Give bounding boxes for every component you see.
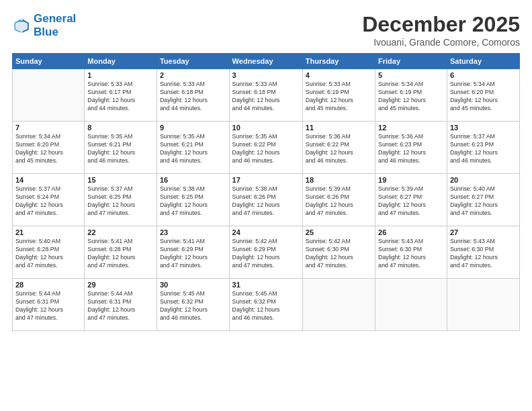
calendar-cell: 1Sunrise: 5:33 AM Sunset: 6:17 PM Daylig…	[85, 69, 157, 122]
header: General Blue December 2025 Ivouani, Gran…	[12, 12, 520, 48]
day-number: 14	[15, 176, 81, 184]
calendar-cell: 15Sunrise: 5:37 AM Sunset: 6:25 PM Dayli…	[85, 174, 157, 226]
day-number: 25	[306, 228, 372, 236]
day-info: Sunrise: 5:33 AM Sunset: 6:18 PM Dayligh…	[160, 81, 226, 113]
day-number: 4	[306, 71, 372, 79]
day-number: 26	[378, 228, 444, 236]
day-info: Sunrise: 5:34 AM Sunset: 6:20 PM Dayligh…	[450, 81, 517, 113]
page: General Blue December 2025 Ivouani, Gran…	[0, 0, 532, 411]
calendar-header-tuesday: Tuesday	[157, 54, 229, 69]
day-number: 6	[450, 71, 517, 79]
calendar-table: SundayMondayTuesdayWednesdayThursdayFrid…	[12, 53, 520, 331]
calendar-cell	[13, 69, 85, 122]
calendar-cell: 21Sunrise: 5:40 AM Sunset: 6:28 PM Dayli…	[13, 226, 85, 279]
day-info: Sunrise: 5:43 AM Sunset: 6:30 PM Dayligh…	[378, 238, 444, 270]
day-number: 8	[87, 124, 154, 132]
main-title: December 2025	[362, 12, 520, 37]
calendar-cell: 23Sunrise: 5:41 AM Sunset: 6:29 PM Dayli…	[157, 226, 229, 279]
calendar-cell: 17Sunrise: 5:38 AM Sunset: 6:26 PM Dayli…	[229, 174, 302, 226]
calendar-cell: 11Sunrise: 5:36 AM Sunset: 6:22 PM Dayli…	[302, 122, 375, 174]
day-info: Sunrise: 5:33 AM Sunset: 6:19 PM Dayligh…	[306, 81, 372, 113]
day-info: Sunrise: 5:45 AM Sunset: 6:32 PM Dayligh…	[160, 290, 226, 322]
calendar-header-wednesday: Wednesday	[229, 54, 302, 69]
day-info: Sunrise: 5:37 AM Sunset: 6:23 PM Dayligh…	[450, 133, 517, 165]
calendar-cell: 9Sunrise: 5:35 AM Sunset: 6:21 PM Daylig…	[157, 122, 229, 174]
day-info: Sunrise: 5:40 AM Sunset: 6:27 PM Dayligh…	[450, 185, 517, 218]
calendar-cell: 26Sunrise: 5:43 AM Sunset: 6:30 PM Dayli…	[375, 226, 447, 279]
day-info: Sunrise: 5:37 AM Sunset: 6:25 PM Dayligh…	[87, 185, 154, 218]
day-number: 20	[450, 176, 517, 184]
day-number: 24	[232, 228, 300, 236]
day-number: 13	[450, 124, 517, 132]
calendar-cell: 16Sunrise: 5:38 AM Sunset: 6:25 PM Dayli…	[157, 174, 229, 226]
day-number: 29	[87, 281, 154, 289]
day-info: Sunrise: 5:33 AM Sunset: 6:18 PM Dayligh…	[232, 81, 300, 113]
day-number: 17	[232, 176, 300, 184]
calendar-header-monday: Monday	[85, 54, 157, 69]
day-info: Sunrise: 5:33 AM Sunset: 6:17 PM Dayligh…	[87, 81, 154, 113]
calendar-cell: 4Sunrise: 5:33 AM Sunset: 6:19 PM Daylig…	[302, 69, 375, 122]
subtitle: Ivouani, Grande Comore, Comoros	[362, 37, 520, 48]
calendar-cell: 8Sunrise: 5:35 AM Sunset: 6:21 PM Daylig…	[85, 122, 157, 174]
calendar-cell: 14Sunrise: 5:37 AM Sunset: 6:24 PM Dayli…	[13, 174, 85, 226]
day-info: Sunrise: 5:41 AM Sunset: 6:29 PM Dayligh…	[160, 238, 226, 270]
day-number: 2	[160, 71, 226, 79]
day-info: Sunrise: 5:45 AM Sunset: 6:32 PM Dayligh…	[232, 290, 300, 322]
day-info: Sunrise: 5:42 AM Sunset: 6:29 PM Dayligh…	[232, 238, 300, 270]
calendar-cell: 5Sunrise: 5:34 AM Sunset: 6:19 PM Daylig…	[375, 69, 447, 122]
calendar-header-row: SundayMondayTuesdayWednesdayThursdayFrid…	[13, 54, 520, 69]
calendar-cell	[375, 279, 447, 331]
day-number: 11	[306, 124, 372, 132]
day-number: 18	[306, 176, 372, 184]
calendar-cell: 18Sunrise: 5:39 AM Sunset: 6:26 PM Dayli…	[302, 174, 375, 226]
logo-icon	[12, 16, 31, 35]
calendar-cell: 6Sunrise: 5:34 AM Sunset: 6:20 PM Daylig…	[447, 69, 519, 122]
day-info: Sunrise: 5:35 AM Sunset: 6:21 PM Dayligh…	[160, 133, 226, 165]
calendar-cell: 30Sunrise: 5:45 AM Sunset: 6:32 PM Dayli…	[157, 279, 229, 331]
day-info: Sunrise: 5:34 AM Sunset: 6:19 PM Dayligh…	[378, 81, 444, 113]
svg-marker-0	[14, 17, 29, 32]
calendar-cell: 2Sunrise: 5:33 AM Sunset: 6:18 PM Daylig…	[157, 69, 229, 122]
day-number: 30	[160, 281, 226, 289]
day-number: 1	[87, 71, 154, 79]
day-info: Sunrise: 5:38 AM Sunset: 6:25 PM Dayligh…	[160, 185, 226, 218]
day-info: Sunrise: 5:36 AM Sunset: 6:22 PM Dayligh…	[306, 133, 372, 165]
day-number: 22	[87, 228, 154, 236]
day-info: Sunrise: 5:44 AM Sunset: 6:31 PM Dayligh…	[15, 290, 81, 322]
calendar-cell: 20Sunrise: 5:40 AM Sunset: 6:27 PM Dayli…	[447, 174, 519, 226]
calendar-cell: 22Sunrise: 5:41 AM Sunset: 6:28 PM Dayli…	[85, 226, 157, 279]
day-info: Sunrise: 5:43 AM Sunset: 6:30 PM Dayligh…	[450, 238, 517, 270]
calendar-week-row: 7Sunrise: 5:34 AM Sunset: 6:20 PM Daylig…	[13, 122, 520, 174]
day-info: Sunrise: 5:40 AM Sunset: 6:28 PM Dayligh…	[15, 238, 81, 270]
day-number: 19	[378, 176, 444, 184]
calendar-week-row: 14Sunrise: 5:37 AM Sunset: 6:24 PM Dayli…	[13, 174, 520, 226]
day-info: Sunrise: 5:42 AM Sunset: 6:30 PM Dayligh…	[306, 238, 372, 270]
day-number: 9	[160, 124, 226, 132]
day-info: Sunrise: 5:37 AM Sunset: 6:24 PM Dayligh…	[15, 185, 81, 218]
calendar-cell: 31Sunrise: 5:45 AM Sunset: 6:32 PM Dayli…	[229, 279, 302, 331]
day-number: 21	[15, 228, 81, 236]
logo-text: General Blue	[34, 12, 76, 38]
day-info: Sunrise: 5:41 AM Sunset: 6:28 PM Dayligh…	[87, 238, 154, 270]
calendar-cell: 25Sunrise: 5:42 AM Sunset: 6:30 PM Dayli…	[302, 226, 375, 279]
calendar-header-friday: Friday	[375, 54, 447, 69]
day-info: Sunrise: 5:38 AM Sunset: 6:26 PM Dayligh…	[232, 185, 300, 218]
calendar-cell: 24Sunrise: 5:42 AM Sunset: 6:29 PM Dayli…	[229, 226, 302, 279]
calendar-header-sunday: Sunday	[13, 54, 85, 69]
calendar-cell: 28Sunrise: 5:44 AM Sunset: 6:31 PM Dayli…	[13, 279, 85, 331]
day-number: 15	[87, 176, 154, 184]
calendar-cell: 7Sunrise: 5:34 AM Sunset: 6:20 PM Daylig…	[13, 122, 85, 174]
day-number: 31	[232, 281, 300, 289]
day-number: 28	[15, 281, 81, 289]
calendar-cell: 12Sunrise: 5:36 AM Sunset: 6:23 PM Dayli…	[375, 122, 447, 174]
calendar-cell: 13Sunrise: 5:37 AM Sunset: 6:23 PM Dayli…	[447, 122, 519, 174]
calendar-week-row: 21Sunrise: 5:40 AM Sunset: 6:28 PM Dayli…	[13, 226, 520, 279]
calendar-cell: 29Sunrise: 5:44 AM Sunset: 6:31 PM Dayli…	[85, 279, 157, 331]
day-number: 3	[232, 71, 300, 79]
day-info: Sunrise: 5:39 AM Sunset: 6:26 PM Dayligh…	[306, 185, 372, 218]
day-number: 10	[232, 124, 300, 132]
calendar-cell	[302, 279, 375, 331]
day-info: Sunrise: 5:44 AM Sunset: 6:31 PM Dayligh…	[87, 290, 154, 322]
day-number: 5	[378, 71, 444, 79]
calendar-cell	[447, 279, 519, 331]
